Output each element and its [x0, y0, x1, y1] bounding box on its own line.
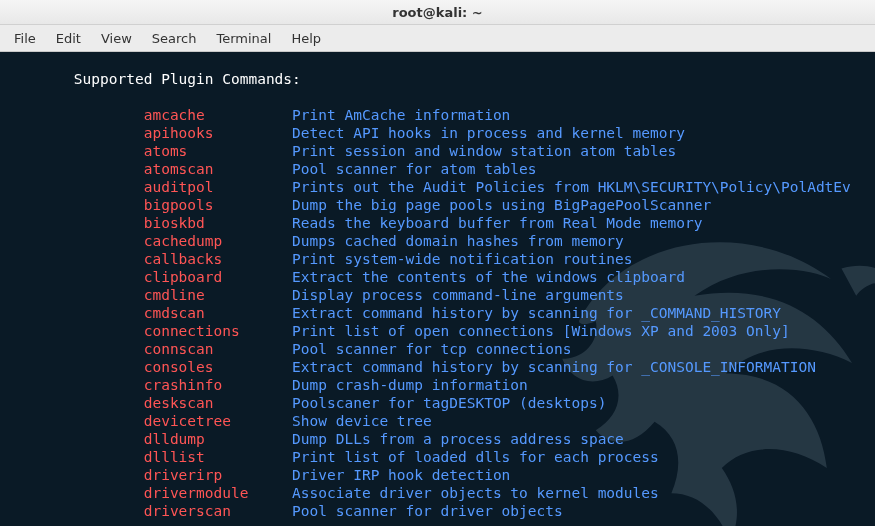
plugin-name: dlllist — [144, 449, 292, 465]
plugin-name: bioskbd — [144, 215, 292, 231]
plugin-name: drivermodule — [144, 485, 292, 501]
plugin-row: cmdline Display process command-line arg… — [4, 286, 871, 304]
plugin-row: driverirp Driver IRP hook detection — [4, 466, 871, 484]
plugin-name: driverscan — [144, 503, 292, 519]
plugin-desc: Extract command history by scanning for … — [292, 305, 781, 321]
plugin-name: driverirp — [144, 467, 292, 483]
menubar: FileEditViewSearchTerminalHelp — [0, 25, 875, 52]
plugin-desc: Print list of open connections [Windows … — [292, 323, 790, 339]
plugin-desc: Associate driver objects to kernel modul… — [292, 485, 659, 501]
plugin-desc: Extract the contents of the windows clip… — [292, 269, 685, 285]
plugin-name: atomscan — [144, 161, 292, 177]
plugin-row: connscan Pool scanner for tcp connection… — [4, 340, 871, 358]
plugin-row: driverscan Pool scanner for driver objec… — [4, 502, 871, 520]
plugin-name: cmdscan — [144, 305, 292, 321]
menu-item-terminal[interactable]: Terminal — [206, 27, 281, 50]
plugin-desc: Show device tree — [292, 413, 432, 429]
plugin-row: callbacks Print system-wide notification… — [4, 250, 871, 268]
plugin-desc: Reads the keyboard buffer from Real Mode… — [292, 215, 702, 231]
plugin-desc: Print system-wide notification routines — [292, 251, 632, 267]
menu-item-view[interactable]: View — [91, 27, 142, 50]
plugin-row: dlllist Print list of loaded dlls for ea… — [4, 448, 871, 466]
menu-item-edit[interactable]: Edit — [46, 27, 91, 50]
plugin-desc: Print session and window station atom ta… — [292, 143, 676, 159]
plugin-row: bioskbd Reads the keyboard buffer from R… — [4, 214, 871, 232]
plugin-row: amcache Print AmCache information — [4, 106, 871, 124]
plugin-name: devicetree — [144, 413, 292, 429]
plugin-desc: Print list of loaded dlls for each proce… — [292, 449, 659, 465]
plugin-row: atoms Print session and window station a… — [4, 142, 871, 160]
plugin-name: atoms — [144, 143, 292, 159]
plugin-desc: Driver IRP hook detection — [292, 467, 510, 483]
plugin-name: consoles — [144, 359, 292, 375]
plugin-row: devicetree Show device tree — [4, 412, 871, 430]
plugin-row: dlldump Dump DLLs from a process address… — [4, 430, 871, 448]
plugin-desc: Pool scanner for atom tables — [292, 161, 536, 177]
plugin-name: bigpools — [144, 197, 292, 213]
plugin-name: deskscan — [144, 395, 292, 411]
plugin-row: cachedump Dumps cached domain hashes fro… — [4, 232, 871, 250]
plugin-desc: Pool scanner for tcp connections — [292, 341, 571, 357]
terminal-area[interactable]: Supported Plugin Commands: amcache Print… — [0, 52, 875, 526]
plugin-row: bigpools Dump the big page pools using B… — [4, 196, 871, 214]
plugin-row: apihooks Detect API hooks in process and… — [4, 124, 871, 142]
plugin-name: connections — [144, 323, 292, 339]
terminal-output: Supported Plugin Commands: amcache Print… — [4, 70, 871, 520]
plugin-desc: Extract command history by scanning for … — [292, 359, 816, 375]
plugin-name: cmdline — [144, 287, 292, 303]
plugin-row: crashinfo Dump crash-dump information — [4, 376, 871, 394]
plugin-row: clipboard Extract the contents of the wi… — [4, 268, 871, 286]
plugin-desc: Detect API hooks in process and kernel m… — [292, 125, 685, 141]
blank-line — [4, 88, 871, 106]
plugin-row: atomscan Pool scanner for atom tables — [4, 160, 871, 178]
plugin-name: clipboard — [144, 269, 292, 285]
menu-item-search[interactable]: Search — [142, 27, 207, 50]
menu-item-help[interactable]: Help — [281, 27, 331, 50]
plugin-desc: Poolscaner for tagDESKTOP (desktops) — [292, 395, 606, 411]
plugin-desc: Prints out the Audit Policies from HKLM\… — [292, 179, 851, 195]
plugin-name: amcache — [144, 107, 292, 123]
plugin-row: drivermodule Associate driver objects to… — [4, 484, 871, 502]
window-titlebar: root@kali: ~ — [0, 0, 875, 25]
plugin-name: dlldump — [144, 431, 292, 447]
plugin-row: consoles Extract command history by scan… — [4, 358, 871, 376]
plugin-desc: Dumps cached domain hashes from memory — [292, 233, 624, 249]
plugin-row: auditpol Prints out the Audit Policies f… — [4, 178, 871, 196]
plugin-name: connscan — [144, 341, 292, 357]
plugin-name: callbacks — [144, 251, 292, 267]
plugin-desc: Print AmCache information — [292, 107, 510, 123]
plugin-desc: Dump the big page pools using BigPagePoo… — [292, 197, 711, 213]
plugin-name: cachedump — [144, 233, 292, 249]
plugin-desc: Display process command-line arguments — [292, 287, 624, 303]
plugin-name: apihooks — [144, 125, 292, 141]
plugin-name: auditpol — [144, 179, 292, 195]
plugin-desc: Pool scanner for driver objects — [292, 503, 563, 519]
plugin-row: deskscan Poolscaner for tagDESKTOP (desk… — [4, 394, 871, 412]
plugin-name: crashinfo — [144, 377, 292, 393]
plugin-row: cmdscan Extract command history by scann… — [4, 304, 871, 322]
menu-item-file[interactable]: File — [4, 27, 46, 50]
plugin-header-line: Supported Plugin Commands: — [4, 70, 871, 88]
window-title: root@kali: ~ — [392, 5, 482, 20]
plugin-desc: Dump DLLs from a process address space — [292, 431, 624, 447]
plugin-desc: Dump crash-dump information — [292, 377, 528, 393]
plugin-row: connections Print list of open connectio… — [4, 322, 871, 340]
